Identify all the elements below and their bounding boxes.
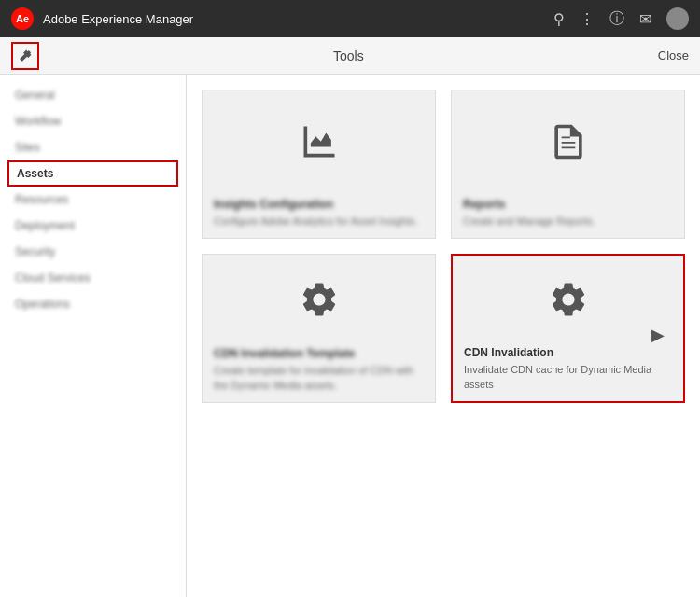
card-title-cdn-template: CDN Invalidation Template xyxy=(214,347,424,360)
card-info-cdn-template: CDN Invalidation Template Create templat… xyxy=(203,340,435,402)
sidebar-item-sites[interactable]: Sites xyxy=(0,134,186,160)
card-cdn-invalidation[interactable]: ▶ CDN Invalidation Invalidate CDN cache … xyxy=(451,254,685,403)
sidebar-item-workflow[interactable]: Workflow xyxy=(0,108,186,134)
logo-text: Ae xyxy=(16,13,29,24)
gear-edit-icon xyxy=(299,279,340,324)
card-icon-area-reports xyxy=(452,90,684,190)
cdn-gear-icon xyxy=(548,279,589,324)
second-bar: Tools Close xyxy=(0,37,700,75)
card-icon-area-insights xyxy=(203,90,435,190)
top-bar-icons: ⚲ ⋮ ⓘ ✉ xyxy=(553,7,689,30)
grid-icon[interactable]: ⋮ xyxy=(580,10,595,28)
card-desc-cdn-template: Create template for invalidation of CDN … xyxy=(214,364,424,393)
card-title-reports: Reports xyxy=(463,198,673,211)
card-title-cdn-invalidation: CDN Invalidation xyxy=(464,346,672,359)
card-info-reports: Reports Create and Manage Reports. xyxy=(452,190,684,238)
card-desc-reports: Create and Manage Reports. xyxy=(463,215,673,229)
card-info-insights: Insights Configuration Configure Adobe A… xyxy=(203,190,435,238)
report-icon xyxy=(548,121,589,166)
card-icon-area-cdn xyxy=(453,256,683,339)
card-icon-area-cdn-template xyxy=(203,255,435,340)
card-insights[interactable]: Insights Configuration Configure Adobe A… xyxy=(202,90,436,239)
aem-logo: Ae xyxy=(11,7,34,30)
app-title: Adobe Experience Manager xyxy=(43,12,544,26)
chart-icon xyxy=(299,121,340,166)
sidebar-item-security[interactable]: Security xyxy=(0,239,186,265)
cursor-indicator: ▶ xyxy=(651,325,665,345)
close-button[interactable]: Close xyxy=(658,49,689,62)
help-icon[interactable]: ⓘ xyxy=(609,9,624,29)
card-info-cdn-invalidation: CDN Invalidation Invalidate CDN cache fo… xyxy=(453,339,683,401)
card-title-insights: Insights Configuration xyxy=(214,198,424,211)
content-area: Insights Configuration Configure Adobe A… xyxy=(187,75,700,597)
card-cdn-template[interactable]: CDN Invalidation Template Create templat… xyxy=(202,254,436,403)
sidebar-item-resources[interactable]: Resources xyxy=(0,187,186,213)
sidebar-item-operations[interactable]: Operations xyxy=(0,291,186,317)
sidebar-item-general[interactable]: General xyxy=(0,82,186,108)
hammer-button[interactable] xyxy=(11,42,39,70)
card-desc-cdn-invalidation: Invalidate CDN cache for Dynamic Media a… xyxy=(464,363,672,392)
main-content: General Workflow Sites Assets Resources … xyxy=(0,75,700,597)
sidebar: General Workflow Sites Assets Resources … xyxy=(0,75,187,597)
card-reports[interactable]: Reports Create and Manage Reports. xyxy=(451,90,685,239)
search-icon[interactable]: ⚲ xyxy=(553,10,565,28)
sidebar-item-assets[interactable]: Assets xyxy=(7,160,178,187)
top-bar: Ae Adobe Experience Manager ⚲ ⋮ ⓘ ✉ xyxy=(0,0,700,37)
hammer-icon xyxy=(18,49,33,63)
cards-grid: Insights Configuration Configure Adobe A… xyxy=(202,90,685,403)
tools-label: Tools xyxy=(39,49,658,63)
user-avatar[interactable] xyxy=(666,7,689,30)
bell-icon[interactable]: ✉ xyxy=(639,10,651,28)
card-desc-insights: Configure Adobe Analytics for Asset Insi… xyxy=(214,215,424,229)
sidebar-item-cloud-services[interactable]: Cloud Services xyxy=(0,265,186,291)
sidebar-item-deployment[interactable]: Deployment xyxy=(0,213,186,239)
